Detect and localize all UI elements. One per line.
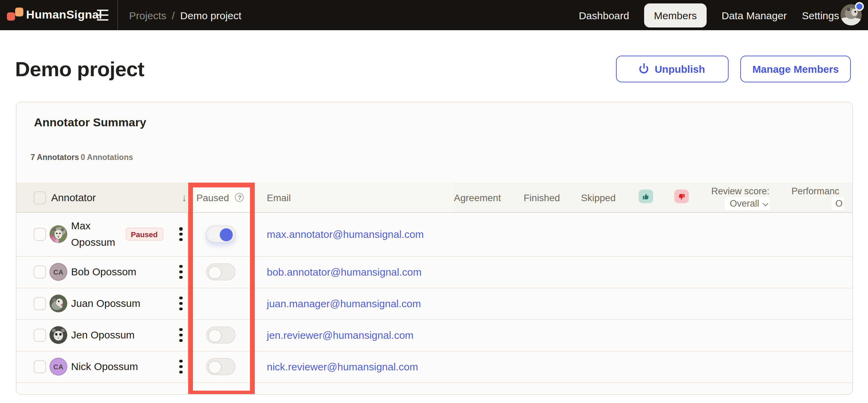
performance-select[interactable]: O — [831, 197, 844, 210]
column-header-annotator[interactable]: Annotator — [51, 183, 96, 212]
annotation-count: 0 Annotations — [81, 153, 133, 161]
avatar — [49, 295, 67, 312]
member-name: Jen Opossum — [71, 327, 135, 343]
card-title: Annotator Summary — [34, 116, 146, 130]
humansignal-logo-icon — [7, 6, 23, 24]
row-checkbox[interactable] — [33, 329, 46, 342]
breadcrumb-current: Demo project — [180, 9, 241, 21]
select-all-checkbox[interactable] — [33, 192, 46, 204]
member-name: Bob Opossom — [71, 264, 136, 280]
annotator-summary-card: Annotator Summary 7 Annotators 0 Annotat… — [15, 102, 853, 395]
member-name: MaxOpossum — [71, 218, 115, 251]
avatar — [49, 326, 67, 344]
avatar — [49, 226, 67, 243]
row-checkbox[interactable] — [33, 297, 46, 310]
column-header-agreement[interactable]: Agreement — [454, 183, 501, 212]
avatar-photo-max — [49, 226, 67, 243]
power-icon — [640, 65, 649, 73]
app-root: HumanSignal Projects / Demo project Dash… — [0, 0, 868, 403]
table-body: MaxOpossum Paused max.annotator@humansig… — [16, 213, 853, 383]
unpublish-label: Unpublish — [655, 63, 705, 75]
member-name: Nick Opossum — [71, 358, 138, 375]
avatar: CA — [49, 358, 67, 376]
thumbs-up-icon[interactable] — [638, 189, 653, 203]
brand-name: HumanSignal — [26, 8, 102, 22]
member-email[interactable]: bob.annotator@humansignal.com — [267, 266, 422, 278]
column-header-performance: Performanc O — [791, 185, 844, 210]
nav-members[interactable]: Members — [644, 3, 706, 27]
member-email[interactable]: jen.reviewer@humansignal.com — [267, 329, 413, 341]
member-email[interactable]: juan.manager@humansignal.com — [267, 298, 421, 309]
member-email[interactable]: max.annotator@humansignal.com — [267, 229, 424, 240]
manage-members-button[interactable]: Manage Members — [740, 56, 851, 82]
table-row: CA Nick Opossum nick.reviewer@humansigna… — [16, 351, 853, 383]
table-header: Annotator ↓ Paused Email Agreement Finis… — [16, 183, 853, 213]
nav-settings[interactable]: Settings — [802, 9, 839, 21]
table-row: MaxOpossum Paused max.annotator@humansig… — [16, 213, 853, 256]
review-score-select[interactable]: Overall — [724, 197, 769, 210]
avatar: CA — [49, 263, 67, 281]
performance-label: Performanc — [791, 186, 840, 196]
row-checkbox[interactable] — [33, 228, 46, 241]
kebab-menu-icon[interactable] — [175, 295, 187, 312]
avatar-photo-jen — [49, 326, 67, 344]
topbar-divider — [117, 0, 118, 30]
breadcrumb: Projects / Demo project — [129, 0, 241, 30]
thumbs-down-icon[interactable] — [674, 189, 689, 203]
row-checkbox[interactable] — [33, 266, 46, 278]
breadcrumb-projects[interactable]: Projects — [129, 9, 166, 21]
breadcrumb-separator: / — [172, 9, 174, 21]
column-header-email[interactable]: Email — [267, 183, 291, 212]
column-header-finished[interactable]: Finished — [524, 183, 560, 212]
row-checkbox[interactable] — [33, 360, 46, 373]
menu-icon[interactable] — [97, 10, 108, 21]
sort-desc-icon[interactable]: ↓ — [182, 183, 187, 212]
member-email[interactable]: nick.reviewer@humansignal.com — [267, 361, 418, 372]
brand[interactable]: HumanSignal — [7, 6, 102, 24]
table-row: CA Bob Opossom bob.annotator@humansignal… — [16, 256, 853, 288]
kebab-menu-icon[interactable] — [175, 327, 187, 343]
member-name: Juan Opossum — [71, 295, 140, 312]
nav-dashboard[interactable]: Dashboard — [579, 9, 629, 21]
unpublish-button[interactable]: Unpublish — [616, 56, 729, 82]
paused-badge: Paused — [125, 228, 163, 241]
page-title: Demo project — [15, 58, 144, 81]
topbar: HumanSignal Projects / Demo project Dash… — [0, 0, 868, 30]
chevron-down-icon — [762, 200, 768, 206]
column-header-skipped[interactable]: Skipped — [581, 183, 616, 212]
review-score-label: Review score: — [711, 186, 769, 196]
nav-data-manager[interactable]: Data Manager — [721, 9, 787, 21]
table-row: Jen Opossum jen.reviewer@humansignal.com — [16, 320, 853, 351]
status-dot-icon — [855, 2, 864, 11]
kebab-menu-icon[interactable] — [175, 226, 187, 243]
column-header-review-score: Review score: Overall — [710, 185, 769, 210]
manage-members-label: Manage Members — [752, 63, 839, 75]
kebab-menu-icon[interactable] — [175, 358, 187, 375]
annotator-count: 7 Annotators — [31, 153, 79, 161]
kebab-menu-icon[interactable] — [175, 264, 187, 280]
table-row: Juan Opossum juan.manager@humansignal.co… — [16, 288, 853, 320]
topbar-nav: Dashboard Members Data Manager Settings — [579, 0, 839, 30]
avatar-photo-juan — [49, 295, 67, 312]
paused-column-highlight — [188, 182, 254, 395]
